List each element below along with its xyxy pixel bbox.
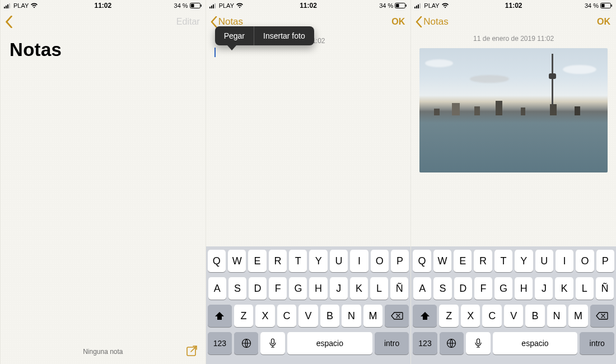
inserted-photo[interactable] [419,48,608,172]
key-e[interactable]: E [454,250,472,272]
key-k[interactable]: K [350,277,368,300]
key-c[interactable]: C [277,305,296,327]
key-i[interactable]: I [350,250,368,272]
key-y[interactable]: Y [515,250,533,272]
space-key[interactable]: espacio [287,332,372,354]
globe-key[interactable] [234,332,258,354]
note-timestamp: 11 de enero de 2019 11:02 [411,35,616,43]
key-ñ[interactable]: Ñ [596,277,614,300]
text-cursor [214,48,216,57]
keyboard: QWERTYUIOP ASDFGHJKLÑ ZXCVBNM 123 espaci… [206,246,411,364]
keyboard-row-4: 123 espacio intro [413,332,614,354]
key-e[interactable]: E [248,250,266,272]
back-button[interactable]: Notas [416,16,448,27]
nav-bar: Editar [1,11,206,32]
key-f[interactable]: F [269,277,287,300]
menu-paste[interactable]: Pegar [215,26,254,45]
key-q[interactable]: Q [208,250,226,272]
keyboard-row-1: QWERTYUIOP [413,250,614,272]
key-m[interactable]: M [363,305,382,327]
key-ñ[interactable]: Ñ [390,277,408,300]
key-o[interactable]: O [371,250,389,272]
key-a[interactable]: A [413,277,431,300]
key-p[interactable]: P [596,250,614,272]
context-menu: Pegar Insertar foto [215,26,314,45]
svg-rect-16 [272,339,274,344]
key-l[interactable]: L [370,277,388,300]
key-w[interactable]: W [228,250,246,272]
menu-insert-photo[interactable]: Insertar foto [254,26,314,45]
shift-key[interactable] [413,305,437,327]
globe-key[interactable] [440,332,464,354]
key-h[interactable]: H [309,277,327,300]
key-g[interactable]: G [289,277,307,300]
key-x[interactable]: X [255,305,274,327]
key-o[interactable]: O [576,250,594,272]
key-t[interactable]: T [494,250,512,272]
clock-label: 11:02 [1,2,206,10]
clock-label: 11:02 [206,2,411,10]
key-x[interactable]: X [461,305,480,327]
key-u[interactable]: U [330,250,348,272]
key-r[interactable]: R [269,250,287,272]
key-z[interactable]: Z [439,305,458,327]
backspace-key[interactable] [590,305,614,327]
key-l[interactable]: L [576,277,594,300]
done-button[interactable]: OK [597,11,610,32]
key-f[interactable]: F [474,277,492,300]
numbers-key[interactable]: 123 [208,332,232,354]
edit-button[interactable]: Editar [176,11,200,32]
key-k[interactable]: K [555,277,573,300]
back-button[interactable] [5,16,13,28]
screen-note-editor-empty: PLAY 11:02 34 % Notas OK 2019 11:02 Pega… [206,0,411,364]
clock-label: 11:02 [411,2,616,10]
chevron-left-icon [211,16,217,27]
key-v[interactable]: V [504,305,523,327]
keyboard-row-1: QWERTYUIOP [208,250,409,272]
back-button[interactable]: Notas [211,16,243,27]
shift-key[interactable] [208,305,232,327]
key-j[interactable]: J [535,277,553,300]
key-n[interactable]: N [547,305,566,327]
page-title: Notas [1,32,206,60]
key-h[interactable]: H [515,277,533,300]
nav-bar: Notas OK [411,11,616,32]
key-s[interactable]: S [228,277,246,300]
key-n[interactable]: N [342,305,361,327]
key-v[interactable]: V [298,305,318,327]
key-g[interactable]: G [494,277,512,300]
key-a[interactable]: A [208,277,226,300]
return-key[interactable]: intro [375,332,409,354]
key-w[interactable]: W [433,250,451,272]
compose-button[interactable] [185,344,199,360]
key-z[interactable]: Z [234,305,253,327]
key-r[interactable]: R [474,250,492,272]
cloud-icon [470,75,509,83]
key-b[interactable]: B [320,305,339,327]
status-bar: PLAY 11:02 34 % [1,0,206,11]
key-p[interactable]: P [391,250,409,272]
key-q[interactable]: Q [413,250,431,272]
numbers-key[interactable]: 123 [413,332,437,354]
key-t[interactable]: T [289,250,307,272]
cloud-icon [563,65,596,74]
key-c[interactable]: C [482,305,501,327]
globe-icon [241,338,251,348]
key-j[interactable]: J [330,277,348,300]
key-i[interactable]: I [556,250,573,272]
done-button[interactable]: OK [391,11,405,32]
dictation-key[interactable] [260,332,284,354]
status-bar: PLAY 11:02 34 % [206,0,411,11]
key-d[interactable]: D [249,277,267,300]
key-u[interactable]: U [535,250,553,272]
key-s[interactable]: S [433,277,451,300]
key-b[interactable]: B [525,305,544,327]
key-d[interactable]: D [454,277,472,300]
key-m[interactable]: M [568,305,587,327]
keyboard-row-2: ASDFGHJKLÑ [208,277,409,300]
dictation-key[interactable] [466,332,490,354]
backspace-key[interactable] [385,305,409,327]
return-key[interactable]: intro [580,332,614,354]
key-y[interactable]: Y [309,250,327,272]
space-key[interactable]: espacio [493,332,578,354]
